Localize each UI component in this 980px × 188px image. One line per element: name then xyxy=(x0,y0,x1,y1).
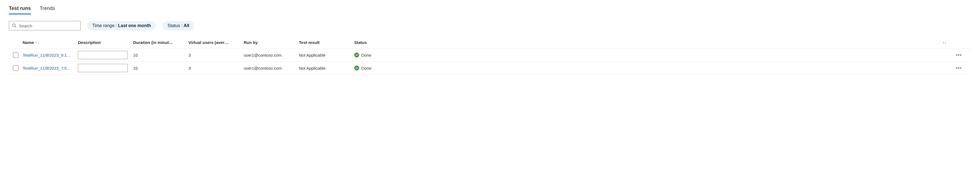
filter-status-value: All xyxy=(184,23,189,28)
column-header-virtual-users[interactable]: Virtual users (aver… xyxy=(188,38,244,47)
search-icon xyxy=(12,23,16,29)
column-header-description[interactable]: Description xyxy=(78,38,133,47)
row-description-input[interactable] xyxy=(78,51,128,59)
column-header-checkbox xyxy=(9,40,23,45)
row-name-link[interactable]: TestRun_11/8/2023_7:5… xyxy=(23,64,78,73)
test-runs-table: Name ↑↓ Description Duration (in minut… … xyxy=(9,37,971,75)
column-header-name[interactable]: Name ↑↓ xyxy=(23,38,78,47)
row-checkbox-cell xyxy=(9,50,23,60)
column-header-run-by[interactable]: Run by xyxy=(244,38,299,47)
column-header-duration[interactable]: Duration (in minut… xyxy=(133,38,188,47)
svg-line-1 xyxy=(15,26,16,27)
row-duration: 10 xyxy=(133,64,188,73)
row-actions-cell xyxy=(949,64,971,72)
filter-time-range-label: Time range : xyxy=(92,23,117,28)
row-test-result: Not Applicable xyxy=(299,64,354,73)
dot-icon xyxy=(958,67,959,69)
row-more-button[interactable] xyxy=(955,66,963,70)
tab-trends[interactable]: Trends xyxy=(40,3,55,14)
row-actions-cell xyxy=(949,51,971,59)
check-circle-icon xyxy=(354,53,359,57)
row-checkbox-cell xyxy=(9,63,23,73)
row-duration: 10 xyxy=(133,51,188,60)
row-description-input[interactable] xyxy=(78,64,128,72)
filter-status[interactable]: Status : All xyxy=(162,21,194,30)
tab-test-runs[interactable]: Test runs xyxy=(9,3,31,14)
svg-point-0 xyxy=(13,24,15,27)
row-description-cell xyxy=(78,49,133,61)
column-header-actions xyxy=(949,40,971,45)
dot-icon xyxy=(956,67,957,69)
tabs-bar: Test runs Trends xyxy=(9,3,971,14)
filter-status-label: Status : xyxy=(167,23,182,28)
search-input[interactable] xyxy=(19,23,78,29)
column-header-test-result[interactable]: Test result xyxy=(299,38,354,47)
table-row: TestRun_11/8/2023_9:1… 10 3 user1@contos… xyxy=(9,49,971,62)
row-name-link[interactable]: TestRun_11/8/2023_9:1… xyxy=(23,51,78,60)
filter-row: Time range : Last one month Status : All xyxy=(9,21,971,30)
search-box[interactable] xyxy=(9,21,81,30)
row-virtual-users: 3 xyxy=(188,51,244,60)
filter-time-range[interactable]: Time range : Last one month xyxy=(87,21,156,30)
check-circle-icon xyxy=(354,65,359,70)
table-header-row: Name ↑↓ Description Duration (in minut… … xyxy=(9,37,971,49)
filter-time-range-value: Last one month xyxy=(118,23,151,28)
sort-icon: ↑↓ xyxy=(942,40,946,45)
dot-icon xyxy=(958,54,959,56)
dot-icon xyxy=(960,54,961,56)
row-virtual-users: 3 xyxy=(188,64,244,73)
row-description-cell xyxy=(78,62,133,74)
column-header-name-label: Name xyxy=(23,40,34,45)
row-run-by: user1@contoso.com xyxy=(244,64,299,73)
row-test-result: Not Applicable xyxy=(299,51,354,60)
sort-icon: ↑↓ xyxy=(36,40,40,45)
row-checkbox[interactable] xyxy=(13,52,19,58)
row-status: Done xyxy=(354,50,949,60)
table-row: TestRun_11/8/2023_7:5… 10 3 user1@contos… xyxy=(9,62,971,75)
row-more-button[interactable] xyxy=(955,53,963,57)
row-checkbox[interactable] xyxy=(13,65,19,71)
row-run-by: user1@contoso.com xyxy=(244,51,299,60)
dot-icon xyxy=(956,54,957,56)
dot-icon xyxy=(960,67,961,69)
column-header-status-label: Status xyxy=(354,40,367,45)
row-status-text: Done xyxy=(361,66,371,70)
row-status-text: Done xyxy=(361,53,371,57)
column-header-status[interactable]: Status ↑↓ xyxy=(354,38,949,47)
row-status: Done xyxy=(354,63,949,73)
